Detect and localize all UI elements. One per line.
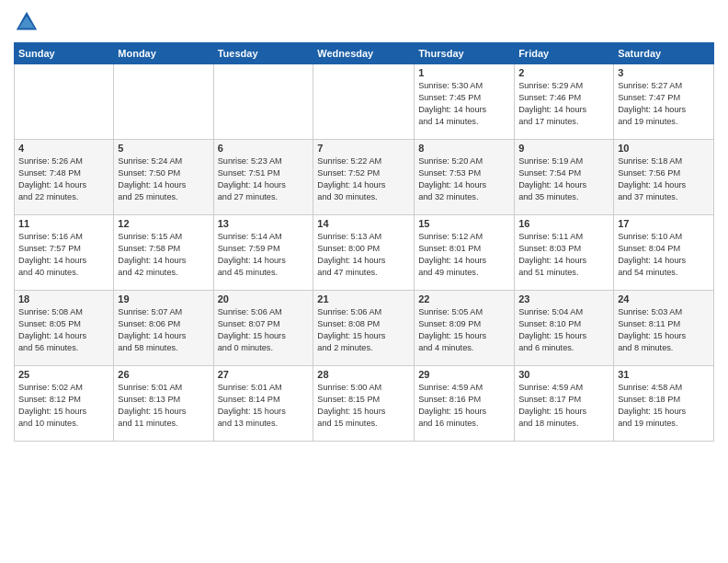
calendar-week-2: 4Sunrise: 5:26 AMSunset: 7:48 PMDaylight…	[15, 140, 714, 215]
day-info: Sunrise: 4:58 AMSunset: 8:18 PMDaylight:…	[618, 382, 710, 430]
day-number: 27	[218, 369, 310, 380]
day-info: Sunrise: 5:14 AMSunset: 7:59 PMDaylight:…	[218, 231, 310, 279]
day-number: 20	[218, 293, 310, 304]
day-info: Sunrise: 5:27 AMSunset: 7:47 PMDaylight:…	[618, 80, 710, 128]
day-number: 30	[518, 369, 609, 380]
day-number: 11	[18, 218, 109, 229]
day-info: Sunrise: 5:04 AMSunset: 8:10 PMDaylight:…	[518, 306, 609, 354]
calendar-cell: 27Sunrise: 5:01 AMSunset: 8:14 PMDayligh…	[213, 366, 313, 442]
day-info: Sunrise: 5:15 AMSunset: 7:58 PMDaylight:…	[118, 231, 209, 279]
day-info: Sunrise: 5:06 AMSunset: 8:07 PMDaylight:…	[218, 306, 310, 354]
day-info: Sunrise: 5:29 AMSunset: 7:46 PMDaylight:…	[518, 80, 609, 128]
calendar-cell: 25Sunrise: 5:02 AMSunset: 8:12 PMDayligh…	[15, 366, 114, 442]
day-info: Sunrise: 5:20 AMSunset: 7:53 PMDaylight:…	[418, 155, 510, 203]
calendar-cell: 30Sunrise: 4:59 AMSunset: 8:17 PMDayligh…	[515, 366, 614, 442]
calendar-week-1: 1Sunrise: 5:30 AMSunset: 7:45 PMDaylight…	[15, 64, 714, 140]
weekday-header-saturday: Saturday	[614, 43, 714, 64]
header	[14, 9, 714, 35]
calendar-cell: 29Sunrise: 4:59 AMSunset: 8:16 PMDayligh…	[415, 366, 515, 442]
day-info: Sunrise: 5:01 AMSunset: 8:13 PMDaylight:…	[118, 382, 209, 430]
day-info: Sunrise: 5:22 AMSunset: 7:52 PMDaylight:…	[317, 155, 410, 203]
calendar-week-4: 18Sunrise: 5:08 AMSunset: 8:05 PMDayligh…	[15, 291, 714, 366]
calendar-cell: 26Sunrise: 5:01 AMSunset: 8:13 PMDayligh…	[114, 366, 213, 442]
weekday-header-wednesday: Wednesday	[313, 43, 415, 64]
day-number: 26	[118, 369, 209, 380]
calendar-cell: 14Sunrise: 5:13 AMSunset: 8:00 PMDayligh…	[313, 215, 415, 291]
day-number: 25	[18, 369, 109, 380]
calendar-cell: 2Sunrise: 5:29 AMSunset: 7:46 PMDaylight…	[515, 64, 614, 140]
calendar-cell: 17Sunrise: 5:10 AMSunset: 8:04 PMDayligh…	[614, 215, 714, 291]
calendar-cell: 6Sunrise: 5:23 AMSunset: 7:51 PMDaylight…	[213, 140, 313, 215]
day-number: 19	[118, 293, 209, 304]
calendar-cell: 31Sunrise: 4:58 AMSunset: 8:18 PMDayligh…	[614, 366, 714, 442]
day-info: Sunrise: 5:05 AMSunset: 8:09 PMDaylight:…	[418, 306, 510, 354]
calendar-cell: 3Sunrise: 5:27 AMSunset: 7:47 PMDaylight…	[614, 64, 714, 140]
weekday-header-friday: Friday	[515, 43, 614, 64]
day-info: Sunrise: 5:26 AMSunset: 7:48 PMDaylight:…	[18, 155, 109, 203]
calendar-cell: 22Sunrise: 5:05 AMSunset: 8:09 PMDayligh…	[415, 291, 515, 366]
calendar-cell: 11Sunrise: 5:16 AMSunset: 7:57 PMDayligh…	[15, 215, 114, 291]
day-info: Sunrise: 5:03 AMSunset: 8:11 PMDaylight:…	[618, 306, 710, 354]
day-info: Sunrise: 5:06 AMSunset: 8:08 PMDaylight:…	[317, 306, 410, 354]
calendar-cell: 10Sunrise: 5:18 AMSunset: 7:56 PMDayligh…	[614, 140, 714, 215]
day-number: 6	[218, 143, 310, 154]
weekday-header-monday: Monday	[114, 43, 213, 64]
day-number: 14	[317, 218, 410, 229]
day-number: 18	[18, 293, 109, 304]
day-number: 24	[618, 293, 710, 304]
day-info: Sunrise: 5:16 AMSunset: 7:57 PMDaylight:…	[18, 231, 109, 279]
day-number: 10	[618, 143, 710, 154]
day-number: 3	[618, 67, 710, 78]
day-info: Sunrise: 5:30 AMSunset: 7:45 PMDaylight:…	[418, 80, 510, 128]
day-info: Sunrise: 5:23 AMSunset: 7:51 PMDaylight:…	[218, 155, 310, 203]
day-number: 21	[317, 293, 410, 304]
day-number: 5	[118, 143, 209, 154]
day-number: 28	[317, 369, 410, 380]
calendar-cell	[15, 64, 114, 140]
day-number: 22	[418, 293, 510, 304]
weekday-header-sunday: Sunday	[15, 43, 114, 64]
calendar-cell: 7Sunrise: 5:22 AMSunset: 7:52 PMDaylight…	[313, 140, 415, 215]
day-info: Sunrise: 5:13 AMSunset: 8:00 PMDaylight:…	[317, 231, 410, 279]
day-number: 31	[618, 369, 710, 380]
calendar-cell: 4Sunrise: 5:26 AMSunset: 7:48 PMDaylight…	[15, 140, 114, 215]
calendar-week-3: 11Sunrise: 5:16 AMSunset: 7:57 PMDayligh…	[15, 215, 714, 291]
calendar-cell: 1Sunrise: 5:30 AMSunset: 7:45 PMDaylight…	[415, 64, 515, 140]
calendar-cell: 20Sunrise: 5:06 AMSunset: 8:07 PMDayligh…	[213, 291, 313, 366]
calendar-cell: 8Sunrise: 5:20 AMSunset: 7:53 PMDaylight…	[415, 140, 515, 215]
day-number: 15	[418, 218, 510, 229]
day-info: Sunrise: 5:01 AMSunset: 8:14 PMDaylight:…	[218, 382, 310, 430]
calendar-cell: 16Sunrise: 5:11 AMSunset: 8:03 PMDayligh…	[515, 215, 614, 291]
day-info: Sunrise: 4:59 AMSunset: 8:17 PMDaylight:…	[518, 382, 609, 430]
day-info: Sunrise: 5:10 AMSunset: 8:04 PMDaylight:…	[618, 231, 710, 279]
calendar-cell: 24Sunrise: 5:03 AMSunset: 8:11 PMDayligh…	[614, 291, 714, 366]
day-number: 2	[518, 67, 609, 78]
calendar-cell: 19Sunrise: 5:07 AMSunset: 8:06 PMDayligh…	[114, 291, 213, 366]
calendar-cell: 28Sunrise: 5:00 AMSunset: 8:15 PMDayligh…	[313, 366, 415, 442]
logo	[14, 9, 43, 35]
calendar-cell	[213, 64, 313, 140]
day-number: 4	[18, 143, 109, 154]
day-number: 17	[618, 218, 710, 229]
page-container: SundayMondayTuesdayWednesdayThursdayFrid…	[0, 0, 728, 563]
day-number: 7	[317, 143, 410, 154]
day-info: Sunrise: 5:18 AMSunset: 7:56 PMDaylight:…	[618, 155, 710, 203]
calendar-cell: 21Sunrise: 5:06 AMSunset: 8:08 PMDayligh…	[313, 291, 415, 366]
calendar-week-5: 25Sunrise: 5:02 AMSunset: 8:12 PMDayligh…	[15, 366, 714, 442]
day-number: 1	[418, 67, 510, 78]
day-number: 12	[118, 218, 209, 229]
calendar-cell: 5Sunrise: 5:24 AMSunset: 7:50 PMDaylight…	[114, 140, 213, 215]
logo-icon	[14, 9, 40, 35]
day-info: Sunrise: 5:12 AMSunset: 8:01 PMDaylight:…	[418, 231, 510, 279]
weekday-header-thursday: Thursday	[415, 43, 515, 64]
day-info: Sunrise: 5:00 AMSunset: 8:15 PMDaylight:…	[317, 382, 410, 430]
calendar-cell: 13Sunrise: 5:14 AMSunset: 7:59 PMDayligh…	[213, 215, 313, 291]
day-number: 16	[518, 218, 609, 229]
day-number: 29	[418, 369, 510, 380]
calendar-cell: 12Sunrise: 5:15 AMSunset: 7:58 PMDayligh…	[114, 215, 213, 291]
day-info: Sunrise: 5:08 AMSunset: 8:05 PMDaylight:…	[18, 306, 109, 354]
day-info: Sunrise: 5:07 AMSunset: 8:06 PMDaylight:…	[118, 306, 209, 354]
day-number: 9	[518, 143, 609, 154]
calendar-cell	[313, 64, 415, 140]
day-info: Sunrise: 5:11 AMSunset: 8:03 PMDaylight:…	[518, 231, 609, 279]
